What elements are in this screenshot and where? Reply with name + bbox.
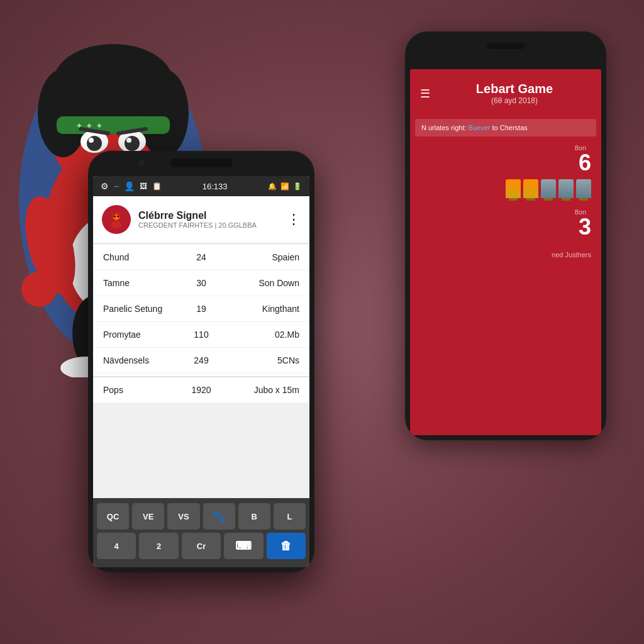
notification-bar: N urlates right: Buever to Cherstas — [415, 119, 596, 136]
data-table: Chund 24 Spaien Tamne 30 Son Down Paneli… — [93, 245, 309, 403]
svg-point-32 — [111, 221, 122, 228]
keyboard-row-1: QC VE VS 🐾 B L — [97, 503, 306, 530]
image-icon: 🖼 — [140, 182, 147, 191]
key-keyboard[interactable]: ⌨ — [224, 533, 263, 559]
svg-rect-7 — [57, 116, 170, 134]
svg-point-14 — [126, 138, 131, 143]
phone-front-screen: ⚙ ··· 👤 🖼 📋 16:133 🔔 📶 🔋 — [93, 176, 309, 567]
key-ve[interactable]: VE — [132, 503, 164, 530]
trophy-3 — [541, 179, 556, 198]
bell-icon: 🔔 — [268, 182, 277, 191]
trophy-1 — [506, 179, 521, 198]
more-icon: ··· — [114, 183, 119, 190]
table-row: Panelic Setung 19 Kingthant — [93, 296, 309, 322]
battery-icon: 🔋 — [293, 182, 302, 191]
score-row-1: 8on 6 — [420, 144, 591, 174]
status-bar: ⚙ ··· 👤 🖼 📋 16:133 🔔 📶 🔋 — [93, 176, 309, 196]
hamburger-icon: ☰ — [420, 87, 430, 101]
svg-point-21 — [21, 272, 57, 307]
key-2[interactable]: 2 — [139, 533, 178, 559]
status-icons-left: ⚙ ··· 👤 🖼 📋 — [101, 181, 162, 191]
key-delete[interactable]: 🗑 — [267, 533, 306, 559]
status-time: 16:133 — [203, 182, 228, 191]
trophies-row — [420, 179, 591, 198]
profile-subtitle: CREGDENT FAIRHTES | 20.GGLBBA — [138, 221, 279, 229]
table-row: Chund 24 Spaien — [93, 245, 309, 270]
svg-point-6 — [138, 69, 189, 157]
clipboard-icon: 📋 — [152, 182, 162, 191]
table-row: Tamne 30 Son Down — [93, 270, 309, 296]
key-vs[interactable]: VS — [167, 503, 199, 530]
svg-point-13 — [89, 138, 94, 143]
key-b[interactable]: B — [238, 503, 270, 530]
table-row: Promytae 110 02.Mb — [93, 322, 309, 348]
more-options-button[interactable]: ⋮ — [287, 211, 301, 228]
trophy-2 — [523, 179, 538, 198]
phone-back: ☰ Lebart Game (6θ ayd 2018) N urlates ri… — [405, 31, 606, 440]
profile-name: Clébrre Signel — [138, 210, 279, 221]
settings-icon: ⚙ — [101, 181, 109, 191]
table-row-separator: Pops 1920 Jubo x 15m — [93, 376, 309, 403]
key-l[interactable]: L — [274, 503, 306, 530]
key-paw[interactable]: 🐾 — [203, 503, 235, 530]
trophy-4 — [558, 179, 574, 198]
phone-back-subtitle: (6θ ayd 2018) — [438, 96, 591, 105]
svg-point-31 — [117, 216, 119, 218]
svg-point-5 — [38, 69, 88, 157]
profile-icon: 👤 — [124, 181, 135, 191]
status-icons-right: 🔔 📶 🔋 — [268, 182, 302, 191]
score-row-2: 8on 3 — [420, 208, 591, 238]
svg-point-12 — [125, 136, 140, 151]
phone-back-screen: ☰ Lebart Game (6θ ayd 2018) N urlates ri… — [410, 69, 601, 435]
scores-area: 8on 6 8on 3 ned Justhers — [410, 136, 601, 267]
key-qc[interactable]: QC — [97, 503, 129, 530]
svg-point-29 — [113, 214, 119, 219]
svg-point-11 — [87, 136, 102, 151]
svg-point-30 — [114, 216, 116, 218]
keyboard[interactable]: QC VE VS 🐾 B L 4 2 Cr ⌨ 🗑 — [93, 498, 309, 567]
phone-back-title: Lebart Game — [438, 82, 591, 96]
phone-front: ⚙ ··· 👤 🖼 📋 16:133 🔔 📶 🔋 — [88, 151, 314, 572]
key-4[interactable]: 4 — [97, 533, 136, 559]
phone-back-header: ☰ Lebart Game (6θ ayd 2018) — [410, 69, 601, 119]
table-row: Nävdensels 249 5CNs — [93, 348, 309, 374]
phone-notch — [170, 158, 233, 167]
justhers-label: ned Justhers — [552, 251, 591, 258]
trophy-5 — [576, 179, 591, 198]
profile-info: Clébrre Signel CREGDENT FAIRHTES | 20.GG… — [138, 210, 279, 229]
keyboard-row-2: 4 2 Cr ⌨ 🗑 — [97, 533, 306, 559]
profile-header: Clébrre Signel CREGDENT FAIRHTES | 20.GG… — [93, 196, 309, 243]
signal-icon: 📶 — [280, 182, 289, 191]
avatar — [102, 205, 131, 234]
key-cr[interactable]: Cr — [182, 533, 221, 559]
